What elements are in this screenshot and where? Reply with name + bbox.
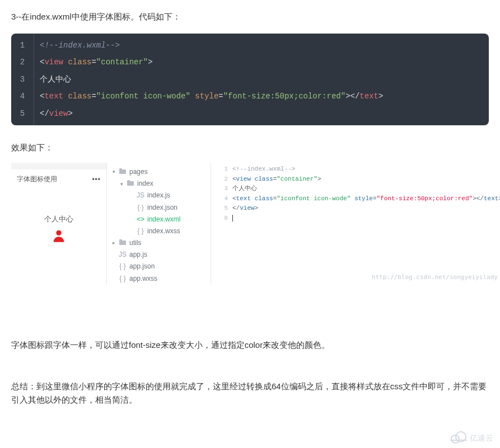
summary-paragraph: 总结：到这里微信小程序的字体图标的使用就完成了，这里经过转换成64位编码之后，直…: [11, 380, 489, 407]
tree-item-utils[interactable]: ▸utils: [107, 237, 211, 249]
code-line: <view class="container">: [34, 54, 158, 70]
tree-item-label: index: [137, 178, 153, 189]
phone-center-text: 个人中心: [11, 214, 106, 225]
wxss-icon: { }: [137, 226, 144, 237]
file-tree-pane: ▾pages▾indexJSindex.js{·}index.json<>ind…: [106, 163, 211, 285]
line-number: 5: [11, 105, 34, 125]
js-icon: JS: [119, 249, 127, 260]
tree-item-app-js[interactable]: JSapp.js: [107, 249, 211, 261]
json-icon: {·}: [119, 261, 127, 272]
line-number: 3: [11, 71, 34, 88]
folder-icon: [127, 178, 134, 189]
cursor-icon: [232, 215, 233, 221]
code-block: 1<!--index.wxml-->2<view class="containe…: [11, 34, 489, 125]
editor-line[interactable]: <text class="iconfont icon-wode" style="…: [232, 194, 500, 204]
phone-title: 字体图标使用: [17, 174, 57, 185]
phone-body: 个人中心: [11, 188, 106, 243]
svg-point-0: [56, 230, 61, 235]
tree-item-label: app.js: [129, 249, 147, 260]
tree-item-label: app.wxss: [129, 273, 157, 284]
intro-text: 3--在index.wxml中使用字体图标。代码如下：: [11, 10, 489, 23]
editor-line[interactable]: 个人中心: [232, 184, 257, 194]
tree-item-label: app.json: [129, 261, 155, 272]
line-number: 2: [11, 54, 34, 70]
tree-item-app-json[interactable]: {·}app.json: [107, 261, 211, 272]
line-number: 1: [11, 34, 34, 54]
tree-item-pages[interactable]: ▾pages: [107, 166, 211, 178]
phone-preview-pane: 字体图标使用 ••• 个人中心: [11, 163, 106, 285]
code-line: </view>: [34, 105, 78, 125]
tree-item-index-wxml[interactable]: <>index.wxml: [107, 214, 211, 225]
wxml-icon: <>: [137, 214, 144, 225]
editor-line[interactable]: </view>: [232, 204, 258, 214]
wxss-icon: { }: [119, 273, 127, 284]
tree-item-index-json[interactable]: {·}index.json: [107, 202, 211, 214]
editor-line-number: 2: [211, 175, 232, 185]
folder-icon: [119, 238, 127, 248]
tree-item-label: index.wxml: [147, 214, 180, 225]
tree-item-index-wxss[interactable]: { }index.wxss: [107, 225, 211, 237]
watermark-text: http://blog.csdn.net/songyeiyilady: [372, 272, 498, 282]
tree-item-label: index.js: [147, 190, 170, 201]
js-icon: JS: [137, 190, 144, 201]
svg-rect-6: [119, 239, 122, 242]
tree-item-label: index.wxss: [147, 226, 180, 237]
code-line: 个人中心: [34, 71, 77, 88]
svg-rect-2: [119, 168, 122, 171]
more-icon[interactable]: •••: [92, 174, 101, 185]
editor-line-number: 6: [211, 214, 232, 224]
editor-line[interactable]: <!--index.wxml-->: [232, 164, 295, 175]
phone-header: 字体图标使用 •••: [11, 169, 106, 188]
article: 3--在index.wxml中使用字体图标。代码如下： 1<!--index.w…: [0, 0, 500, 437]
paragraph-1: 字体图标跟字体一样，可以通过font-size来改变大小，通过指定color来改…: [11, 338, 489, 352]
tree-item-app-wxss[interactable]: { }app.wxss: [107, 273, 211, 285]
tree-item-label: utils: [129, 238, 141, 248]
editor-line-number: 5: [211, 204, 232, 214]
editor-line-number: 1: [211, 164, 232, 175]
tree-item-index-js[interactable]: JSindex.js: [107, 190, 211, 201]
code-line: <text class="iconfont icon-wode" style="…: [34, 88, 389, 105]
editor-line-number: 4: [211, 194, 232, 204]
svg-rect-4: [127, 180, 130, 182]
folder-icon: [119, 167, 127, 177]
phone-frame: 字体图标使用 ••• 个人中心: [11, 169, 106, 285]
editor-line[interactable]: <view class="container">: [232, 175, 321, 185]
tree-item-index[interactable]: ▾index: [107, 178, 211, 190]
json-icon: {·}: [137, 202, 144, 213]
tree-item-label: pages: [129, 167, 148, 177]
code-line: <!--index.wxml-->: [34, 34, 125, 54]
caret-right-icon: ▸: [111, 239, 116, 247]
code-editor-pane: 1<!--index.wxml-->2<view class="containe…: [211, 163, 500, 285]
tree-item-label: index.json: [147, 202, 177, 213]
editor-line[interactable]: [232, 214, 233, 224]
screenshot-container: 字体图标使用 ••• 个人中心 ▾pages▾indexJSindex.js{·…: [11, 163, 489, 285]
editor-line-number: 3: [211, 184, 232, 194]
line-number: 4: [11, 88, 34, 105]
result-label: 效果如下：: [11, 141, 489, 154]
person-icon: [11, 228, 106, 243]
caret-down-icon: ▾: [111, 168, 116, 176]
caret-down-icon: ▾: [119, 180, 124, 188]
